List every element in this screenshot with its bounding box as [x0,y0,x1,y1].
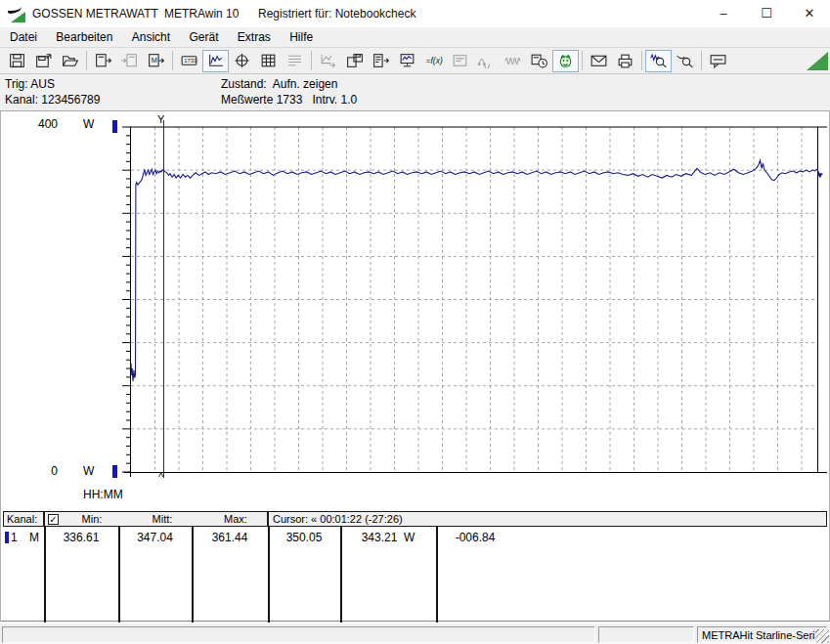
device-save-icon[interactable] [341,50,368,72]
comment-icon[interactable] [705,50,731,72]
trigger-status: Trig: AUS [5,77,55,91]
menu-bar: Datei Bearbeiten Ansicht Gerät Extras Hi… [0,27,830,48]
svg-text:1733: 1733 [184,58,197,64]
channel-color-bar [5,532,9,543]
power-trace [131,160,820,381]
x-axis-labels: 00:0000:0500:1000:1500:2000:25 [1,486,830,503]
title-registered: Registriert für: Notebookcheck [258,7,415,21]
svg-text:M: M [152,56,157,64]
power-chart[interactable] [1,111,830,510]
channel-list: Kanal: 123456789 [5,93,100,107]
yt-chart-icon[interactable] [202,50,229,72]
y-axis-max-label: 400 [28,117,58,131]
formula-icon[interactable]: =f(x) [420,50,447,72]
value-max: 361.44 [194,531,266,544]
header-minmax: ✓ Min: Mitt: Max: [44,511,268,527]
status-panel-main [2,626,595,643]
y-axis-unit-bottom: W [83,464,94,478]
sample-count: Meßwerte 1733 Intrv. 1.0 [221,93,357,107]
minimize-button[interactable]: – [702,0,745,27]
save-icon[interactable] [4,50,30,72]
header-min: Min: [72,513,111,525]
device-config-icon [447,50,473,72]
menu-bearbeiten[interactable]: Bearbeiten [48,27,120,48]
menu-extras[interactable]: Extras [230,27,279,48]
toolbar-separator [701,51,702,70]
zoom-waveform-icon[interactable] [645,50,672,72]
info-panel: Trig: AUS Kanal: 123456789 Zustand: Aufn… [0,74,830,111]
cursor-bottom-marker[interactable]: ^ [158,471,163,483]
menu-datei[interactable]: Datei [2,27,45,48]
close-button[interactable]: ✕ [788,0,830,27]
status-panel-device: METRAHit Starline-Seri [697,626,827,643]
status-bar: METRAHit Starline-Seri [0,623,830,644]
app-icon [8,5,25,22]
value-delta: -006.84 [441,531,509,544]
print-icon[interactable] [612,50,638,72]
channel-mode: M [29,531,39,544]
channel-visible-checkbox[interactable]: ✓ [48,514,59,525]
wave-single-icon [473,50,500,72]
toolbar-separator [582,51,583,70]
xy-chart-icon[interactable] [229,50,255,72]
title-product: METRAwin 10 [164,7,239,21]
toolbar-separator [311,51,312,70]
y-axis-min-label: 0 [28,464,58,478]
svg-text:=f(x): =f(x) [426,56,443,65]
value-min: 336.61 [46,531,116,544]
chart-panel: 400 W 0 W Y ^ HH:MM 00:0000:0500:1000:15… [0,111,830,510]
menu-ansicht[interactable]: Ansicht [124,27,178,48]
resize-grip[interactable] [815,629,829,643]
value-cursor-b: 343.21 W [342,531,434,544]
channel-color-marker-top [112,120,117,133]
table-view-icon[interactable] [255,50,282,72]
toolbar: M1733=f(x) [0,48,830,74]
status-panel-mid [598,626,694,643]
value-mitt: 347.04 [120,531,190,544]
memory-read-icon[interactable]: M [143,50,169,72]
header-kanal: Kanal: [3,511,44,527]
channel-number: 1 [11,531,18,544]
zoom-mode-icon[interactable] [672,50,698,72]
header-cursor: Cursor: « 00:01:22 (-27:26) [268,511,827,527]
open-icon[interactable] [57,50,83,72]
statistics-view-icon [282,50,308,72]
title-company: GOSSEN METRAWATT [32,7,158,21]
header-mitt: Mitt: [143,513,182,525]
statistics-table: Kanal: ✓ Min: Mitt: Max: Cursor: « 00:01… [0,510,830,622]
header-max: Max: [216,513,255,525]
mail-icon[interactable] [586,50,612,72]
maximize-button[interactable]: ☐ [745,0,788,27]
state-status: Zustand: Aufn. zeigen [221,77,337,91]
y-axis-unit-top: W [83,117,94,131]
cursor-top-marker[interactable]: Y [157,113,164,125]
menu-hilfe[interactable]: Hilfe [282,27,321,48]
channel-color-marker-bottom [112,465,117,478]
watchdog-icon[interactable] [552,50,579,72]
device-list-icon[interactable] [368,50,394,72]
device-monitor-icon[interactable] [394,50,420,72]
title-bar: GOSSEN METRAWATT METRAwin 10 Registriert… [0,0,830,27]
value-cursor-a: 350.05 [270,531,338,544]
toolbar-separator [641,51,642,70]
save-as-icon[interactable] [30,50,57,72]
metrawatt-triangle-logo [807,52,828,70]
wave-multi-icon [500,50,526,72]
metrawin-window: GOSSEN METRAWATT METRAwin 10 Registriert… [0,0,830,644]
toolbar-separator [172,51,173,70]
menu-geraet[interactable]: Gerät [181,27,226,48]
device-read-icon[interactable] [90,50,116,72]
numeric-display-icon[interactable]: 1733 [176,50,202,72]
chart-export-icon [315,50,341,72]
timer-icon[interactable] [526,50,552,72]
device-write-icon [116,50,143,72]
toolbar-separator [86,51,87,70]
